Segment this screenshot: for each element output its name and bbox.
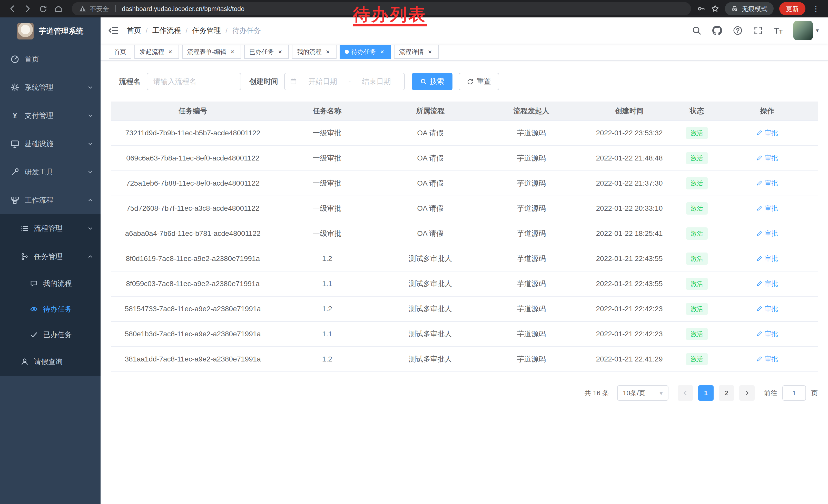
approve-link[interactable]: 审批 — [756, 329, 778, 338]
approve-link[interactable]: 审批 — [756, 204, 778, 213]
tab-close-icon[interactable]: × — [426, 48, 433, 55]
pen-icon — [756, 280, 762, 287]
avatar — [793, 21, 813, 40]
tab-item[interactable]: 我的流程 × — [292, 45, 336, 59]
approve-link[interactable]: 审批 — [756, 355, 778, 364]
task-id: 75d72608-7b7f-11ec-a3c8-acde48001122 — [126, 204, 259, 212]
incognito-label: 无痕模式 — [742, 5, 768, 13]
sidebar-item-leave-query[interactable]: 请假查询 — [0, 348, 100, 376]
app-logo-row[interactable]: 芋道管理系统 — [0, 17, 100, 45]
tab-label: 首页 — [114, 48, 126, 56]
tab-item[interactable]: 已办任务 × — [244, 45, 289, 59]
tab-close-icon[interactable]: × — [167, 48, 174, 55]
home-button[interactable] — [51, 2, 66, 16]
task-name: 一级审批 — [313, 204, 341, 212]
approve-link[interactable]: 审批 — [756, 229, 778, 238]
sidebar-item-infrastructure[interactable]: 基础设施 — [0, 130, 100, 158]
update-button[interactable]: 更新 — [779, 2, 805, 15]
approve-link[interactable]: 审批 — [756, 304, 778, 313]
tab-close-icon[interactable]: × — [229, 48, 236, 55]
pen-icon — [756, 130, 762, 136]
task-name: 一级审批 — [313, 129, 341, 137]
tab-item[interactable]: 待办任务 × — [340, 45, 391, 59]
table-header-row: 任务编号 任务名称 所属流程 流程发起人 创建时间 状态 操作 — [111, 101, 818, 121]
prev-page-button[interactable] — [678, 385, 693, 401]
security-label: 不安全 — [90, 5, 109, 13]
task-id: 73211d9d-7b9b-11ec-b5b7-acde48001122 — [125, 129, 260, 137]
tab-label: 我的流程 — [297, 48, 322, 56]
tab-item[interactable]: 流程表单-编辑 × — [182, 45, 241, 59]
sidebar-item-devtools[interactable]: 研发工具 — [0, 158, 100, 186]
page-size-value: 10条/页 — [623, 388, 646, 398]
forward-button[interactable] — [20, 2, 35, 16]
sidebar-item-payment[interactable]: ¥ 支付管理 — [0, 101, 100, 130]
annotation-todo-list: 待办列表 — [353, 5, 427, 27]
pen-icon — [756, 230, 762, 236]
sidebar-item-todo-tasks[interactable]: 待办任务 — [0, 296, 100, 322]
sidebar-item-my-process[interactable]: 我的流程 — [0, 271, 100, 296]
breadcrumb-workflow[interactable]: 工作流程 — [152, 26, 181, 35]
warning-icon — [79, 5, 86, 12]
sidebar-item-system[interactable]: 系统管理 — [0, 73, 100, 101]
goto-label: 前往 — [764, 388, 777, 398]
search-button[interactable]: 搜索 — [412, 73, 452, 90]
github-icon[interactable] — [712, 26, 722, 35]
goto-page-input[interactable] — [782, 385, 806, 401]
tab-close-icon[interactable]: × — [324, 48, 331, 55]
breadcrumb-separator: / — [146, 27, 148, 35]
gear-icon — [10, 83, 19, 92]
tab-item[interactable]: 流程详情 × — [394, 45, 439, 59]
task-created-time: 2022-01-22 20:33:10 — [596, 204, 663, 212]
approve-link[interactable]: 审批 — [756, 129, 778, 137]
sidebar-item-home[interactable]: 首页 — [0, 45, 100, 73]
date-range-picker[interactable]: 开始日期 - 结束日期 — [284, 73, 405, 90]
reload-button[interactable] — [36, 2, 50, 16]
task-starter: 芋道源码 — [517, 129, 546, 137]
wrench-icon — [10, 168, 19, 177]
task-created-time: 2022-01-21 22:42:23 — [596, 305, 663, 313]
approve-link[interactable]: 审批 — [756, 279, 778, 288]
tab-close-icon[interactable]: × — [379, 48, 386, 55]
breadcrumb-home[interactable]: 首页 — [127, 26, 141, 35]
tab-close-icon[interactable]: × — [277, 48, 284, 55]
breadcrumb-task-mgmt[interactable]: 任务管理 — [192, 26, 221, 35]
approve-link[interactable]: 审批 — [756, 179, 778, 188]
caret-down-icon: ▾ — [659, 389, 663, 397]
home-icon — [54, 5, 63, 13]
search-icon[interactable] — [692, 26, 702, 35]
user-menu[interactable]: ▾ — [793, 21, 819, 40]
column-header: 流程发起人 — [481, 101, 581, 121]
total-count-label: 共 16 条 — [585, 388, 609, 398]
process-name-input[interactable] — [147, 73, 241, 90]
back-button[interactable] — [5, 2, 19, 16]
reset-button[interactable]: 重置 — [459, 73, 499, 90]
tab-item[interactable]: 发起流程 × — [134, 45, 179, 59]
task-name: 1.2 — [322, 255, 332, 263]
task-name: 1.1 — [322, 280, 332, 288]
task-starter: 芋道源码 — [517, 154, 546, 162]
table-row: a6aba0a4-7b6d-11ec-b781-acde48001122 一级审… — [111, 221, 818, 246]
sidebar-item-process-mgmt[interactable]: 流程管理 — [0, 214, 100, 242]
tab-dot — [345, 50, 349, 54]
sidebar-item-done-tasks[interactable]: 已办任务 — [0, 322, 100, 348]
task-created-time: 2022-01-21 22:43:55 — [596, 255, 663, 263]
chat-icon — [30, 279, 38, 288]
bookmark-star-icon[interactable] — [711, 5, 719, 13]
sidebar-fold-icon[interactable] — [108, 25, 119, 36]
pen-icon — [756, 255, 762, 262]
help-icon[interactable] — [733, 26, 743, 35]
page-1-button[interactable]: 1 — [698, 385, 714, 401]
more-menu-icon[interactable]: ⋮ — [811, 5, 821, 12]
approve-link[interactable]: 审批 — [756, 254, 778, 263]
arrow-right-icon — [24, 5, 32, 13]
page-2-button[interactable]: 2 — [719, 385, 734, 401]
tab-item[interactable]: 首页 — [109, 45, 131, 59]
fullscreen-icon[interactable] — [753, 26, 763, 35]
sidebar-item-task-mgmt[interactable]: 任务管理 — [0, 242, 100, 271]
sidebar-item-workflow[interactable]: 工作流程 — [0, 186, 100, 214]
key-icon[interactable] — [697, 5, 705, 13]
next-page-button[interactable] — [739, 385, 755, 401]
page-size-select[interactable]: 10条/页 ▾ — [617, 385, 668, 401]
font-size-icon[interactable]: TT — [774, 26, 783, 35]
approve-link[interactable]: 审批 — [756, 153, 778, 163]
